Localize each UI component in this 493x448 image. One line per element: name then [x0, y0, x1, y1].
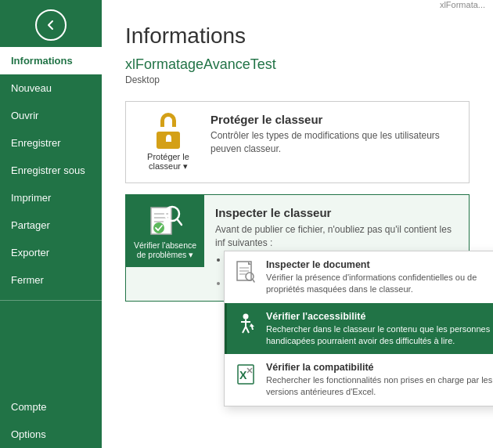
protect-card: Protéger leclasseur ▾ Protéger le classe… [125, 101, 470, 183]
protect-icon-area: Protéger leclasseur ▾ [137, 113, 200, 172]
sidebar-item-nouveau[interactable]: Nouveau [0, 74, 102, 102]
svg-line-13 [253, 280, 254, 282]
svg-marker-19 [250, 323, 254, 330]
main-content: xlFormata... Informations xlFormatageAva… [102, 0, 493, 448]
accessibility-icon [236, 313, 258, 338]
svg-text:X: X [239, 369, 247, 381]
svg-line-17 [243, 327, 246, 333]
back-button[interactable] [35, 9, 67, 41]
compatibility-icon: X [236, 363, 258, 388]
top-right-label: xlFormata... [440, 0, 485, 9]
dropdown-item-text-accessibilite: Vérifier l'accessibilité Rechercher dans… [266, 311, 493, 347]
dropdown-item-text-inspecter: Inspecter le document Vérifier la présen… [266, 259, 493, 295]
inspect-card-title: Inspecter le classeur [215, 206, 458, 219]
sidebar-item-fermer[interactable]: Fermer [0, 266, 102, 294]
inspect-card-desc: Avant de publier ce fichier, n'oubliez p… [215, 223, 458, 250]
sidebar-divider [0, 300, 102, 301]
svg-point-14 [243, 313, 249, 319]
dropdown-menu: Inspecter le document Vérifier la présen… [224, 251, 493, 406]
sidebar-item-informations[interactable]: Informations [0, 47, 102, 74]
svg-line-5 [178, 219, 182, 225]
document-icon [236, 261, 258, 286]
dropdown-item-inspecter-document[interactable]: Inspecter le document Vérifier la présen… [225, 251, 493, 303]
sidebar-item-exporter[interactable]: Exporter [0, 239, 102, 266]
svg-line-18 [246, 327, 249, 333]
sidebar-item-ouvrir[interactable]: Ouvrir [0, 102, 102, 129]
inspect-icon-label: Vérifier l'absencede problèmes ▾ [134, 240, 196, 259]
lock-icon [150, 113, 186, 149]
page-title: Informations [125, 23, 470, 49]
protect-card-desc: Contrôler les types de modifications que… [211, 129, 458, 156]
sidebar-item-options[interactable]: Options [0, 421, 102, 448]
file-location: Desktop [125, 74, 470, 85]
sidebar-item-partager[interactable]: Partager [0, 211, 102, 239]
sidebar-item-enregistrer[interactable]: Enregistrer [0, 129, 102, 157]
sidebar: Informations Nouveau Ouvrir Enregistrer … [0, 0, 102, 448]
sidebar-item-enregistrer-sous[interactable]: Enregistrer sous [0, 157, 102, 184]
dropdown-item-text-compatibilite: Vérifier la compatibilité Rechercher les… [266, 362, 493, 398]
inspect-icon [148, 203, 182, 237]
protect-card-title: Protéger le classeur [211, 113, 458, 126]
dropdown-item-accessibilite[interactable]: Vérifier l'accessibilité Rechercher dans… [225, 303, 493, 355]
sidebar-bottom: Compte Options [0, 393, 102, 448]
inspect-icon-area: Vérifier l'absencede problèmes ▾ [126, 195, 204, 267]
dropdown-item-compatibilite[interactable]: X Vérifier la compatibilité Rechercher l… [225, 354, 493, 406]
protect-card-content: Protéger le classeur Contrôler les types… [211, 113, 458, 156]
protect-icon-label: Protéger leclasseur ▾ [147, 152, 189, 172]
sidebar-item-imprimer[interactable]: Imprimer [0, 184, 102, 211]
file-name: xlFormatageAvanceTest [125, 56, 470, 73]
sidebar-item-compte[interactable]: Compte [0, 393, 102, 421]
